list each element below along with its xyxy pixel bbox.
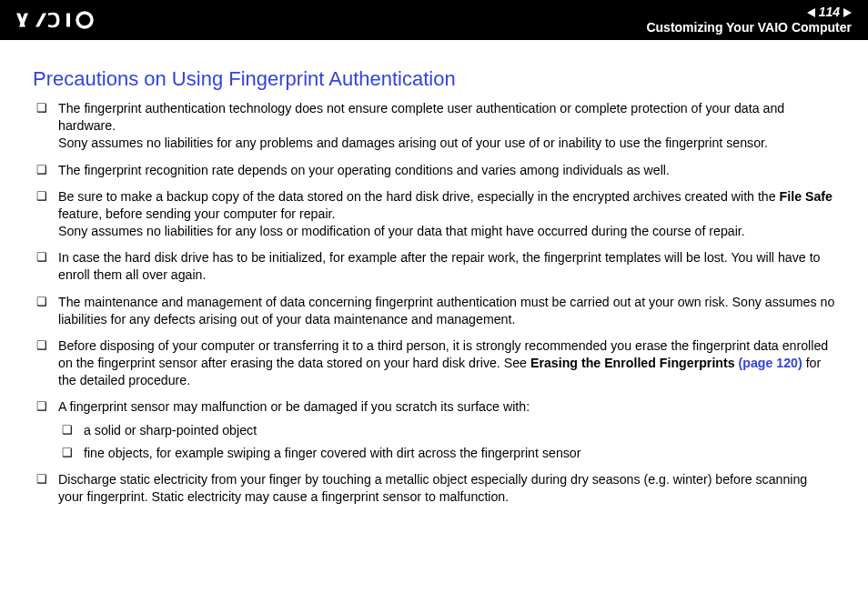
list-item: Discharge static electricity from your f… (58, 471, 835, 506)
bullet-list: The fingerprint authentication technolog… (33, 100, 835, 506)
list-item: a solid or sharp-pointed object (84, 422, 835, 439)
section-label: Customizing Your VAIO Computer (646, 21, 852, 35)
list-text: a solid or sharp-pointed object (84, 423, 257, 437)
list-text: The fingerprint recognition rate depends… (58, 163, 670, 177)
bold-term: File Safe (780, 189, 833, 204)
list-item: The fingerprint authentication technolog… (58, 100, 835, 153)
list-text: In case the hard disk drive has to be in… (58, 250, 821, 282)
list-item: In case the hard disk drive has to be in… (58, 249, 835, 284)
list-text: A fingerprint sensor may malfunction or … (58, 399, 530, 414)
sub-list: a solid or sharp-pointed object fine obj… (58, 422, 835, 462)
svg-point-1 (77, 13, 92, 27)
list-item: The fingerprint recognition rate depends… (58, 162, 835, 179)
page-number: 114 (819, 5, 840, 19)
list-text: The fingerprint authentication technolog… (58, 101, 784, 133)
list-text: The maintenance and management of data c… (58, 295, 834, 327)
page-title: Precautions on Using Fingerprint Authent… (33, 67, 835, 91)
header-right: 114 Customizing Your VAIO Computer (646, 5, 852, 35)
page-nav: 114 (807, 5, 852, 19)
nav-prev-icon[interactable] (807, 8, 815, 17)
list-item: Before disposing of your computer or tra… (58, 337, 835, 390)
list-item: fine objects, for example swiping a fing… (84, 445, 835, 462)
page-link[interactable]: (page 120) (739, 356, 802, 370)
header-bar: 114 Customizing Your VAIO Computer (0, 0, 868, 40)
list-text: Sony assumes no liabilities for any prob… (58, 136, 768, 150)
list-text: fine objects, for example swiping a fing… (84, 446, 580, 460)
list-item: A fingerprint sensor may malfunction or … (58, 398, 835, 462)
list-item: Be sure to make a backup copy of the dat… (58, 188, 835, 241)
bold-term: Erasing the Enrolled Fingerprints (530, 356, 739, 370)
svg-rect-0 (66, 14, 70, 27)
nav-next-icon[interactable] (843, 8, 852, 17)
content: Precautions on Using Fingerprint Authent… (0, 40, 868, 524)
list-text: Be sure to make a backup copy of the dat… (58, 189, 780, 204)
list-text: Sony assumes no liabilities for any loss… (58, 224, 745, 238)
list-text: Discharge static electricity from your f… (58, 472, 807, 504)
vaio-logo (16, 0, 116, 40)
list-item: The maintenance and management of data c… (58, 294, 835, 328)
list-text: feature, before sending your computer fo… (58, 206, 335, 221)
